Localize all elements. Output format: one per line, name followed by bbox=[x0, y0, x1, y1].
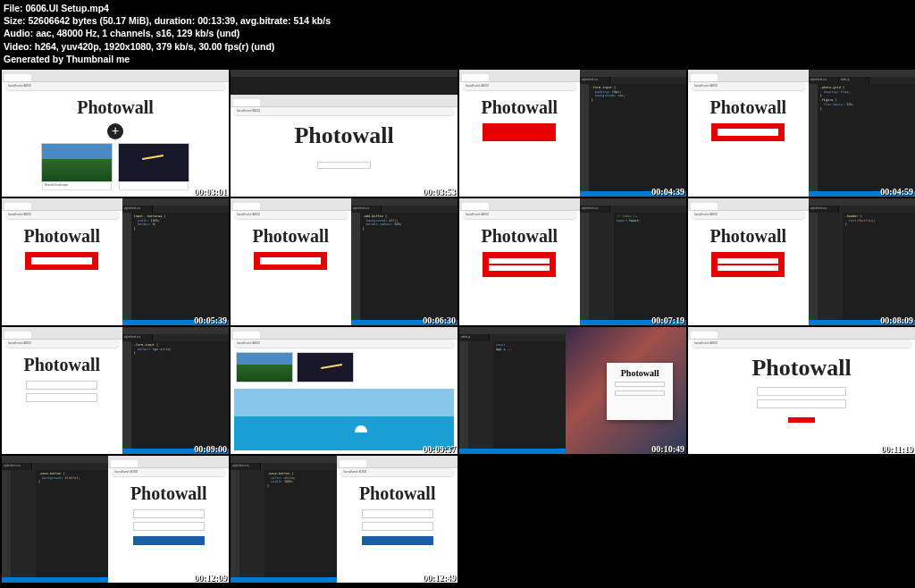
thumb-7[interactable]: localhost:3000 Photowall stylesheet.css … bbox=[688, 198, 915, 325]
thumb-4[interactable]: localhost:3000 Photowall stylesheet.css … bbox=[2, 198, 229, 325]
address-bar[interactable]: localhost:3000 bbox=[462, 82, 577, 91]
form-wrapper bbox=[483, 123, 556, 141]
form-input[interactable] bbox=[718, 129, 778, 136]
address-bar[interactable]: localhost:3000 bbox=[233, 107, 455, 116]
thumb-5[interactable]: localhost:3000 Photowall stylesheet.css … bbox=[231, 198, 458, 325]
thumb-8[interactable]: localhost:3000 Photowall stylesheet.css … bbox=[2, 327, 229, 454]
add-photo-button[interactable]: + bbox=[107, 123, 123, 139]
ide-pane[interactable]: stylesheet.css .form-input { padding: 10… bbox=[580, 70, 686, 197]
duration-value: 00:13:39, bbox=[197, 15, 238, 26]
address-bar[interactable]: localhost:3000 bbox=[4, 82, 226, 91]
description-input[interactable] bbox=[757, 399, 846, 408]
photowall-logo: Photowall bbox=[482, 97, 558, 118]
browser-toolbar bbox=[2, 70, 229, 82]
file-metadata-header: File: 0606.UI Setup.mp4 Size: 52606642 b… bbox=[0, 0, 334, 67]
link-input[interactable] bbox=[362, 509, 433, 518]
thumbnail-grid: localhost:3000 Photowall + Beautiful lan… bbox=[2, 70, 915, 583]
thumb-9[interactable]: localhost:3000 00:09:37 bbox=[231, 327, 458, 454]
form-wrapper bbox=[711, 123, 785, 141]
photowall-logo: Photowall bbox=[710, 97, 787, 118]
submit-button[interactable] bbox=[788, 417, 815, 423]
thumb-6[interactable]: localhost:3000 Photowall stylesheet.css … bbox=[459, 198, 686, 325]
thumb-3[interactable]: localhost:3000 Photowall stylesheet.cssi… bbox=[688, 70, 915, 197]
file-value: 0606.UI Setup.mp4 bbox=[26, 3, 109, 13]
timestamp: 00:03:01 bbox=[194, 187, 227, 197]
avgbitrate-label: avg.bitrate: bbox=[240, 15, 291, 26]
code-view[interactable]: .form-input { padding: 10px; background:… bbox=[589, 84, 686, 191]
description-input[interactable] bbox=[26, 393, 97, 402]
video-value: h264, yuv420p, 1920x1080, 379 kb/s, 30.0… bbox=[35, 41, 274, 52]
submit-button[interactable] bbox=[133, 536, 205, 545]
thumb-2[interactable]: localhost:3000 Photowall stylesheet.css … bbox=[459, 70, 686, 197]
timestamp: 00:04:59 bbox=[880, 187, 913, 197]
submit-button[interactable] bbox=[362, 536, 433, 545]
photowall-logo: Photowall bbox=[77, 97, 154, 118]
link-input[interactable] bbox=[133, 509, 205, 518]
umbrella-icon bbox=[355, 425, 367, 433]
duration-label: duration: bbox=[155, 15, 196, 26]
photo-caption bbox=[119, 181, 189, 190]
activity-bar[interactable] bbox=[580, 84, 589, 191]
gallery-photo[interactable] bbox=[118, 143, 189, 182]
link-input[interactable] bbox=[26, 381, 97, 390]
avgbitrate-value: 514 kb/s bbox=[294, 15, 331, 26]
thumb-12[interactable]: stylesheet.css .save-button { background… bbox=[2, 456, 229, 583]
thumb-0[interactable]: localhost:3000 Photowall + Beautiful lan… bbox=[2, 70, 229, 197]
audio-label: Audio: bbox=[4, 28, 33, 38]
browser-tab[interactable] bbox=[462, 74, 489, 81]
gallery-photo[interactable] bbox=[236, 352, 293, 382]
gallery-photo[interactable]: Beautiful landscape bbox=[41, 143, 113, 182]
editor-tab[interactable]: stylesheet.css bbox=[580, 77, 610, 84]
app-window[interactable]: Photowall bbox=[607, 363, 673, 420]
photowall-logo: Photowall bbox=[294, 122, 393, 149]
gallery-photo[interactable] bbox=[297, 352, 354, 382]
thumb-10[interactable]: index.js const App = ... Photowall 00:10… bbox=[459, 327, 686, 454]
file-tree[interactable] bbox=[589, 213, 614, 320]
timestamp: 00:04:39 bbox=[651, 187, 684, 197]
timestamp: 00:03:53 bbox=[423, 187, 456, 197]
size-value: 52606642 bytes (50.17 MiB), bbox=[28, 15, 151, 26]
description-input[interactable] bbox=[133, 522, 205, 531]
link-input[interactable] bbox=[615, 382, 665, 387]
browser-tab[interactable] bbox=[4, 74, 31, 81]
photowall-logo: Photowall bbox=[621, 368, 659, 378]
description-input[interactable] bbox=[362, 522, 433, 531]
audio-value: aac, 48000 Hz, 1 channels, s16, 129 kb/s… bbox=[36, 28, 239, 38]
hero-photo[interactable] bbox=[234, 389, 454, 450]
photo-caption: Beautiful landscape bbox=[42, 181, 112, 190]
generated-by: Generated by Thumbnail me bbox=[4, 54, 130, 64]
thumb-13[interactable]: stylesheet.css .save-button { color: whi… bbox=[231, 456, 458, 583]
description-input[interactable] bbox=[615, 391, 665, 396]
link-input[interactable] bbox=[757, 387, 846, 396]
video-label: Video: bbox=[4, 41, 32, 52]
photo-gallery: Beautiful landscape bbox=[34, 139, 197, 186]
size-label: Size: bbox=[4, 15, 26, 26]
form-input[interactable] bbox=[317, 162, 371, 169]
thumb-11[interactable]: localhost:3000 Photowall 00:11:19 bbox=[688, 327, 915, 454]
file-label: File: bbox=[4, 3, 23, 13]
thumb-1[interactable]: localhost:3000 Photowall 00:03:53 bbox=[231, 70, 458, 197]
